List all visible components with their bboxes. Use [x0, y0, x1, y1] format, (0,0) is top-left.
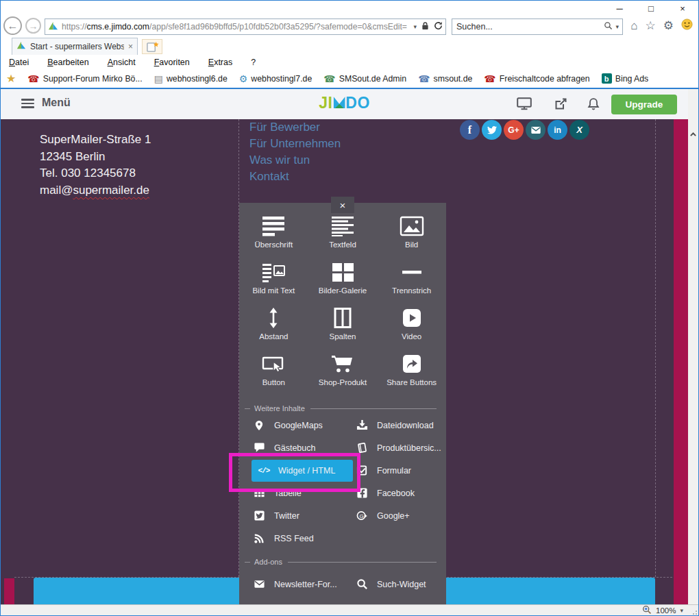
dialog-item-such-widget[interactable]: Such-Widget [356, 578, 426, 591]
maximize-button[interactable]: □ [639, 2, 663, 15]
contact-address-block: SuperMailer-Straße 1 12345 Berlin Tel. 0… [40, 132, 151, 199]
dialog-item-shop-produkt[interactable]: Shop-Produkt [308, 350, 378, 396]
browser-tab[interactable]: Start - supermailers Websei... × [12, 38, 138, 55]
dialog-item-twitter[interactable]: Twitter [253, 510, 356, 522]
dialog-item-video[interactable]: Video [377, 304, 446, 350]
email-address[interactable]: mail@supermailer.de [40, 182, 151, 199]
tab-bar: Start - supermailers Websei... × [1, 37, 698, 55]
preview-monitor-icon[interactable] [517, 97, 532, 113]
tab-close-icon[interactable]: × [128, 42, 133, 51]
page-background-stripe-right [674, 119, 688, 604]
favorite-freischaltcode[interactable]: ☎Freischaltcode abfragen [484, 74, 589, 84]
dialog-item-produktuebersicht[interactable]: Produktübersic... [356, 442, 441, 454]
dialog-item-gaestebuch[interactable]: Gästebuch [253, 442, 356, 454]
menu-datei[interactable]: Datei [9, 58, 29, 67]
notifications-bell-icon[interactable] [587, 97, 600, 114]
share-icon[interactable] [554, 97, 567, 114]
vertical-scrollbar[interactable] [688, 89, 698, 604]
section-weitere-inhalte: Weitere Inhalte [245, 403, 437, 414]
dialog-item-bild[interactable]: Bild [377, 212, 446, 258]
settings-gear-icon[interactable]: ⚙ [663, 20, 674, 32]
favorite-webhostingl6[interactable]: ▤webhostingl6.de [154, 74, 228, 84]
facebook-icon[interactable]: f [460, 120, 480, 140]
home-icon[interactable]: ⌂ [630, 20, 637, 32]
link-fuer-unternehmen[interactable]: Für Unternehmen [249, 136, 341, 152]
link-was-wir-tun[interactable]: Was wir tun [249, 152, 341, 169]
add-element-dialog: × Überschrift Textfeld Bild [239, 203, 446, 604]
dialog-item-bild-mit-text[interactable]: Bild mit Text [239, 258, 308, 304]
columns-icon [330, 304, 355, 332]
dialog-item-dateidownload[interactable]: Dateidownload [356, 419, 434, 432]
linkedin-icon[interactable]: in [548, 120, 567, 140]
upgrade-button[interactable]: Upgrade [611, 95, 677, 114]
link-kontakt[interactable]: Kontakt [249, 169, 341, 185]
dialog-item-spalten[interactable]: Spalten [308, 304, 378, 350]
phone-icon: ☎ [27, 74, 39, 84]
search-icon[interactable] [604, 21, 613, 33]
dialog-item-trennstrich[interactable]: Trennstrich [377, 258, 446, 304]
favorite-webhostingl7[interactable]: ⚙webhostingl7.de [239, 74, 312, 84]
forward-button[interactable]: → [25, 18, 41, 34]
new-tab-button[interactable] [142, 39, 162, 54]
vertical-spacing-icon [261, 304, 286, 332]
favorite-smsout-admin[interactable]: ☎SMSout.de Admin [323, 74, 406, 84]
link-fuer-bewerber[interactable]: Für Bewerber [249, 119, 341, 136]
lock-icon [421, 21, 429, 33]
book-icon [356, 442, 368, 454]
dialog-item-facebook[interactable]: Facebook [356, 487, 415, 500]
twitter-icon[interactable] [482, 120, 502, 140]
dialog-item-rss-feed[interactable]: RSS Feed [253, 532, 356, 545]
dialog-item-formular[interactable]: Formular [356, 465, 411, 477]
favorite-support-forum[interactable]: ☎Support-Forum Mirko Bö... [27, 74, 142, 84]
highlight-annotation-box [229, 453, 360, 492]
google-plus-icon[interactable]: G+ [504, 120, 524, 140]
search-box: ▾ [452, 19, 623, 35]
dialog-close-button[interactable]: × [331, 197, 354, 213]
books-icon: ▤ [154, 74, 163, 84]
search-dropdown-icon[interactable]: ▾ [615, 23, 619, 30]
dialog-item-button[interactable]: Button [239, 350, 308, 396]
image-with-text-icon [261, 258, 286, 286]
minimize-button[interactable]: ─ [608, 2, 631, 15]
add-favorite-star-icon[interactable]: ★ [6, 73, 16, 84]
menu-favoriten[interactable]: Favoriten [154, 58, 190, 67]
smiley-feedback-icon[interactable] [681, 19, 693, 33]
title-bar: ─ □ × [1, 1, 698, 16]
dialog-item-googleplus[interactable]: GGoogle+ [356, 510, 410, 522]
cms-menu-label: Menü [42, 97, 71, 109]
favorites-star-icon[interactable]: ☆ [646, 20, 656, 32]
dialog-item-textfeld[interactable]: Textfeld [308, 212, 378, 258]
shopping-cart-icon [330, 350, 355, 378]
zoom-dropdown-icon[interactable]: ▾ [680, 607, 683, 614]
divider-line-icon [400, 258, 424, 286]
zoom-control[interactable]: 100% ▾ [642, 605, 683, 616]
dialog-item-bilder-galerie[interactable]: Bilder-Galerie [308, 258, 378, 304]
social-icons-row: f G+ in X [460, 120, 589, 140]
gears-icon: ⚙ [239, 74, 248, 84]
menu-extras[interactable]: Extras [208, 58, 232, 67]
email-icon[interactable] [526, 120, 545, 140]
back-button[interactable]: ← [3, 16, 22, 35]
close-button[interactable]: × [671, 2, 694, 15]
dialog-item-abstand[interactable]: Abstand [239, 304, 308, 350]
scroll-up-arrow[interactable] [688, 129, 698, 140]
menu-ansicht[interactable]: Ansicht [108, 58, 136, 67]
xing-icon[interactable]: X [569, 120, 589, 140]
tab-title: Start - supermailers Websei... [30, 42, 124, 51]
dialog-item-share-buttons[interactable]: Share Buttons [377, 350, 446, 396]
speech-bubble-icon [253, 442, 265, 454]
menu-hilfe[interactable]: ? [251, 58, 256, 67]
search-input[interactable] [452, 22, 604, 32]
menu-bearbeiten[interactable]: Bearbeiten [47, 58, 88, 67]
favorite-smsout[interactable]: ☎smsout.de [418, 74, 472, 84]
dialog-item-googlemaps[interactable]: GoogleMaps [253, 419, 356, 432]
dialog-item-newsletter-formular[interactable]: Newsletter-For... [253, 578, 356, 591]
resize-grip[interactable] [691, 609, 697, 615]
url-dropdown-icon[interactable]: ▾ [413, 23, 417, 30]
dialog-item-ueberschrift[interactable]: Überschrift [239, 212, 308, 258]
refresh-icon[interactable] [434, 21, 443, 33]
dialog-row: Newsletter-For... Such-Widget [239, 573, 446, 595]
rss-icon [253, 532, 265, 545]
address-bar[interactable]: https://cms.e.jimdo.com/app/sfe8f1ad96b9… [45, 19, 446, 35]
favorite-bing-ads[interactable]: bBing Ads [602, 73, 649, 84]
